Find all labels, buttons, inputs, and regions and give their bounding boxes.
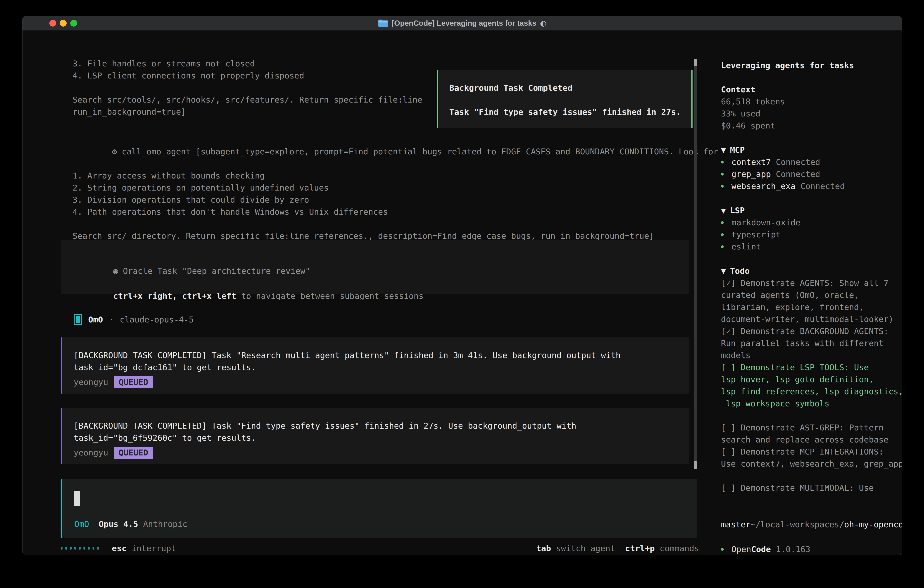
- mcp-section-heading[interactable]: ▼MCP: [721, 144, 745, 156]
- esc-action-label: interrupt: [132, 542, 176, 554]
- todo-item: [✓] Demonstrate BACKGROUND AGENTS: Run p…: [721, 325, 902, 361]
- ctrlp-key-hint: ctrl+p: [625, 542, 655, 554]
- activity-dot-icon: [74, 547, 76, 550]
- todo-item-active: [ ] Demonstrate LSP TOOLS: Use lsp_hover…: [721, 361, 902, 410]
- mcp-status: Connected: [800, 180, 845, 192]
- mcp-status: Connected: [776, 168, 820, 180]
- traffic-lights: [50, 16, 77, 30]
- session-title: Leveraging agents for tasks: [721, 59, 854, 71]
- activity-dot-icon: [92, 547, 94, 550]
- oracle-shortcut-hint: to navigate between subagent sessions: [236, 291, 424, 301]
- chevron-down-icon: ▼: [721, 266, 726, 276]
- lsp-name: typescript: [731, 228, 781, 241]
- workspace-repo: oh-my-opencode:: [844, 520, 902, 529]
- prompt-input[interactable]: OmO Opus 4.5 Anthropic: [61, 479, 697, 538]
- input-model-name[interactable]: Opus 4.5: [99, 518, 138, 530]
- chat-scrollbar-thumb[interactable]: [694, 461, 697, 469]
- agent-model: claude-opus-4-5: [120, 314, 194, 325]
- oracle-shortcut-keys: ctrl+x right, ctrl+x left: [113, 291, 236, 301]
- status-dot-icon: [721, 185, 724, 188]
- lsp-item: typescript: [721, 228, 781, 241]
- gear-icon: ⚙: [112, 147, 117, 156]
- session-status-icon: ◐: [540, 19, 546, 28]
- todo-item: [✓] Demonstrate AGENTS: Show all 7 curat…: [721, 277, 902, 325]
- tool-call-first-line: call_omo_agent [subagent_type=explore, p…: [122, 147, 718, 156]
- queued-badge: QUEUED: [114, 447, 153, 459]
- toast-title: Background Task Completed: [449, 82, 680, 94]
- lsp-section-heading[interactable]: ▼LSP: [721, 205, 745, 216]
- minimize-button[interactable]: [60, 20, 67, 26]
- chat-scrollbar-thumb[interactable]: [694, 59, 697, 66]
- background-task-message: [BACKGROUND TASK COMPLETED] Task "Find t…: [61, 408, 689, 464]
- status-dot-icon: [721, 548, 724, 551]
- app-name-regular: Open: [731, 543, 751, 555]
- activity-dot-icon: [61, 547, 63, 550]
- tab-key-hint: tab: [536, 542, 551, 554]
- queued-badge: QUEUED: [114, 376, 153, 388]
- message-author: yeongyu: [74, 376, 108, 388]
- input-provider-name: Anthropic: [143, 518, 187, 530]
- status-dot-icon: [721, 245, 724, 248]
- message-text: [BACKGROUND TASK COMPLETED] Task "Find t…: [74, 420, 689, 444]
- activity-dot-icon: [65, 547, 67, 550]
- input-agent-name: OmO: [74, 518, 89, 530]
- esc-key-hint: esc: [112, 542, 127, 554]
- context-heading: Context: [721, 83, 756, 96]
- tool-call-block: ⚙ call_omo_agent [subagent_type=explore,…: [73, 134, 718, 242]
- text-cursor: [74, 491, 80, 506]
- activity-dot-icon: [97, 547, 99, 550]
- mcp-item: websearch_exa Connected: [721, 180, 845, 192]
- activity-dot-icon: [88, 547, 90, 550]
- message-author: yeongyu: [74, 447, 108, 459]
- todo-list: [✓] Demonstrate AGENTS: Show all 7 curat…: [721, 277, 902, 494]
- todo-section-heading[interactable]: ▼Todo: [721, 265, 750, 277]
- lsp-name: eslint: [731, 241, 761, 253]
- mcp-name: context7: [731, 156, 771, 168]
- agent-header: OmO · claude-opus-4-5: [74, 313, 194, 326]
- assistant-text-block: 3. File handles or streams not closed 4.…: [73, 58, 422, 118]
- window-titlebar: [OpenCode] Leveraging agents for tasks ◐: [23, 16, 902, 31]
- agent-badge-icon: [74, 314, 82, 325]
- desktop: [OpenCode] Leveraging agents for tasks ◐…: [0, 0, 924, 588]
- chevron-down-icon: ▼: [721, 145, 726, 155]
- mcp-item: grep_app Connected: [721, 168, 820, 180]
- ctrlp-action-label: commands: [660, 542, 699, 554]
- oracle-task-box: ◉ Oracle Task "Deep architecture review"…: [61, 239, 689, 294]
- mcp-name: grep_app: [731, 168, 771, 180]
- mcp-status: Connected: [776, 156, 820, 168]
- app-version: 1.0.163: [776, 543, 810, 555]
- background-task-message: [BACKGROUND TASK COMPLETED] Task "Resear…: [61, 337, 689, 393]
- activity-dot-icon: [70, 547, 72, 550]
- todo-item: [ ] Demonstrate MULTIMODAL: Use: [721, 482, 902, 494]
- app-window: [OpenCode] Leveraging agents for tasks ◐…: [22, 16, 902, 555]
- lsp-item: markdown-oxide: [721, 216, 800, 228]
- background-task-toast: Background Task Completed Task "Find typ…: [437, 70, 693, 128]
- mcp-item: context7 Connected: [721, 156, 820, 168]
- close-button[interactable]: [50, 20, 56, 26]
- fisheye-icon: ◉: [113, 266, 118, 276]
- status-dot-icon: [721, 233, 724, 236]
- status-dot-icon: [721, 161, 724, 164]
- context-stats: 66,518 tokens 33% used $0.46 spent: [721, 96, 785, 132]
- folder-icon: [378, 19, 388, 27]
- workspace-branch: master: [721, 519, 751, 530]
- toast-body: Task "Find type safety issues" finished …: [449, 106, 680, 118]
- app-name-bold: Code: [751, 543, 771, 555]
- window-title: [OpenCode] Leveraging agents for tasks: [392, 19, 536, 28]
- chat-scrollbar[interactable]: [694, 59, 697, 469]
- oracle-task-label: Oracle Task "Deep architecture review": [123, 266, 310, 276]
- agent-name: OmO: [88, 314, 103, 325]
- todo-item: [ ] Demonstrate MCP INTEGRATIONS: Use co…: [721, 446, 902, 470]
- chevron-down-icon: ▼: [721, 206, 726, 215]
- status-bar: esc interrupt tab switch agent ctrl+p co…: [61, 542, 699, 555]
- version-row: OpenCode 1.0.163: [721, 543, 810, 555]
- mcp-name: websearch_exa: [731, 180, 795, 192]
- activity-dot-icon: [79, 547, 81, 550]
- workspace-path-prefix: ~/local-workspaces/: [751, 520, 844, 529]
- separator-dot: ·: [109, 314, 114, 325]
- todo-item: [ ] Demonstrate AST-GREP: Pattern search…: [721, 421, 902, 446]
- zoom-button[interactable]: [70, 20, 77, 26]
- activity-dot-icon: [83, 547, 85, 550]
- lsp-name: markdown-oxide: [731, 216, 800, 228]
- tool-call-body: 1. Array access without bounds checking …: [73, 170, 718, 242]
